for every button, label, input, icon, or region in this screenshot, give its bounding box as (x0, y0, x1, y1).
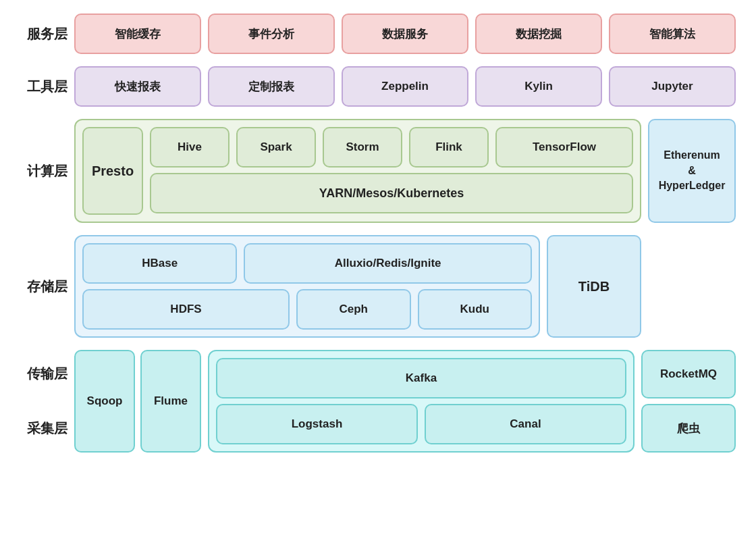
storage-bottom-row: HDFS Ceph Kudu (82, 289, 532, 330)
ethereum-box: Etherenum & HyperLedger (648, 119, 736, 223)
storage-hbase: HBase (82, 243, 237, 284)
storage-tidb: TiDB (547, 235, 641, 338)
compute-spark: Spark (236, 127, 316, 168)
compute-storm: Storm (323, 127, 402, 168)
compute-label: 计算层 (20, 119, 74, 223)
tool-item-1: 定制报表 (208, 66, 335, 107)
service-item-4: 智能算法 (609, 14, 736, 54)
compute-content: Presto Hive Spark Storm Flink TensorFlow (74, 119, 736, 223)
tool-item-4: Jupyter (609, 66, 736, 107)
transport-collect-row: Sqoop Flume Kafka Logstash Canal RocketM… (74, 350, 736, 453)
service-item-0: 智能缓存 (74, 14, 201, 54)
tool-item-3: Kylin (475, 66, 602, 107)
storage-row: HBase Alluxio/Redis/Ignite HDFS Ceph Kud… (74, 235, 736, 338)
storage-ceph: Ceph (296, 289, 411, 330)
tool-content: 快速报表 定制报表 Zeppelin Kylin Jupyter (74, 66, 736, 107)
compute-bottom-row: YARN/Mesos/Kubernetes (150, 173, 633, 213)
tool-row: 快速报表 定制报表 Zeppelin Kylin Jupyter (74, 66, 736, 107)
transport-collect-content: Sqoop Flume Kafka Logstash Canal RocketM… (74, 350, 736, 453)
compute-yarn: YARN/Mesos/Kubernetes (150, 173, 633, 213)
transport-logstash: Logstash (216, 404, 418, 444)
service-label: 服务层 (20, 14, 74, 54)
storage-label: 存储层 (20, 235, 74, 338)
far-right-group: RocketMQ 爬虫 (641, 350, 736, 453)
storage-outer-box: HBase Alluxio/Redis/Ignite HDFS Ceph Kud… (74, 235, 540, 338)
compute-top-row: Hive Spark Storm Flink TensorFlow (150, 127, 633, 168)
service-layer: 服务层 智能缓存 事件分析 数据服务 数据挖掘 智能算法 (20, 14, 736, 54)
transport-sqoop: Sqoop (74, 350, 135, 453)
transport-canal: Canal (425, 404, 626, 444)
compute-inner-row: Presto Hive Spark Storm Flink TensorFlow (82, 127, 633, 215)
compute-outer-box: Presto Hive Spark Storm Flink TensorFlow (74, 119, 641, 223)
collect-label: 采集层 (27, 419, 68, 438)
storage-alluxio: Alluxio/Redis/Ignite (244, 243, 532, 284)
service-content: 智能缓存 事件分析 数据服务 数据挖掘 智能算法 (74, 14, 736, 54)
transport-label: 传输层 (27, 365, 68, 383)
compute-row: Presto Hive Spark Storm Flink TensorFlow (74, 119, 736, 223)
tool-item-2: Zeppelin (342, 66, 468, 107)
transport-kafka: Kafka (216, 358, 626, 398)
architecture-diagram: 服务层 智能缓存 事件分析 数据服务 数据挖掘 智能算法 工具层 快速报表 定制… (20, 14, 736, 453)
storage-kudu: Kudu (418, 289, 533, 330)
tool-label: 工具层 (20, 66, 74, 107)
logstash-canal-row: Logstash Canal (216, 404, 626, 444)
storage-content: HBase Alluxio/Redis/Ignite HDFS Ceph Kud… (74, 235, 736, 338)
compute-hive: Hive (150, 127, 230, 168)
service-item-2: 数据服务 (342, 14, 468, 54)
left-items: Sqoop Flume (74, 350, 201, 453)
service-item-1: 事件分析 (208, 14, 335, 54)
transport-collect-layer: 传输层 采集层 Sqoop Flume Kafka Logstash Canal (20, 350, 736, 453)
service-row: 智能缓存 事件分析 数据服务 数据挖掘 智能算法 (74, 14, 736, 54)
transport-crawler: 爬虫 (641, 404, 736, 453)
middle-group: Kafka Logstash Canal (208, 350, 634, 453)
transport-rocketmq: RocketMQ (641, 350, 736, 398)
storage-layer: 存储层 HBase Alluxio/Redis/Ignite HDFS Ceph… (20, 235, 736, 338)
storage-hdfs: HDFS (82, 289, 290, 330)
tool-item-0: 快速报表 (74, 66, 201, 107)
kafka-row: Kafka (216, 358, 626, 398)
compute-flink: Flink (409, 127, 489, 168)
compute-tensorflow: TensorFlow (495, 127, 633, 168)
double-label: 传输层 采集层 (20, 350, 74, 453)
storage-top-row: HBase Alluxio/Redis/Ignite (82, 243, 532, 284)
presto-box: Presto (82, 127, 143, 215)
compute-layer: 计算层 Presto Hive Spark Storm F (20, 119, 736, 223)
service-item-3: 数据挖掘 (475, 14, 602, 54)
tool-layer: 工具层 快速报表 定制报表 Zeppelin Kylin Jupyter (20, 66, 736, 107)
transport-flume: Flume (140, 350, 201, 453)
